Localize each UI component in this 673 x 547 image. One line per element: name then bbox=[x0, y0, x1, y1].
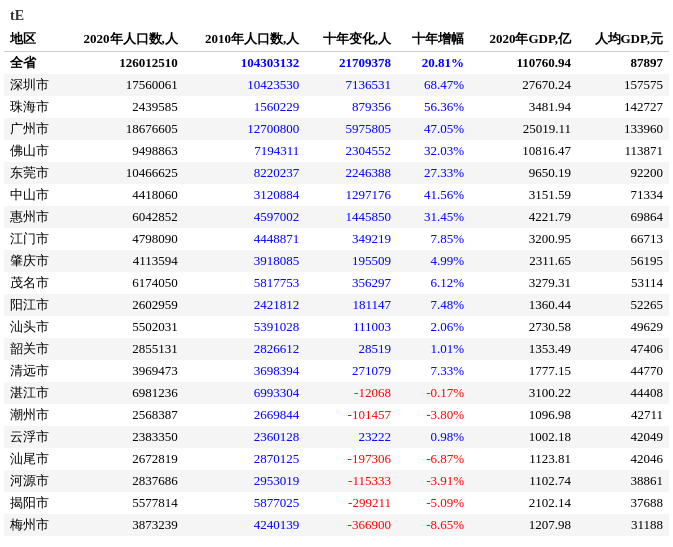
cell-gdppc: 42046 bbox=[577, 448, 669, 470]
table-row: 珠海市2439585156022987935656.36%3481.941427… bbox=[4, 96, 669, 118]
cell-gdppc: 69864 bbox=[577, 206, 669, 228]
cell-gdp: 27670.24 bbox=[470, 74, 577, 96]
table-row: 阳江市260295924218121811477.48%1360.4452265 bbox=[4, 294, 669, 316]
cell-pop2010: 2421812 bbox=[184, 294, 305, 316]
cell-gdp: 3151.59 bbox=[470, 184, 577, 206]
cell-pop2020: 2855131 bbox=[62, 338, 183, 360]
cell-pop2020: 2602959 bbox=[62, 294, 183, 316]
table-row: 湛江市69812366993304-12068-0.17%3100.224440… bbox=[4, 382, 669, 404]
cell-gdppc: 53114 bbox=[577, 272, 669, 294]
cell-pop2010: 7194311 bbox=[184, 140, 305, 162]
cell-pct: 1.01% bbox=[397, 338, 470, 360]
table-row: 广州市1867660512700800597580547.05%25019.11… bbox=[4, 118, 669, 140]
cell-pop2020: 4418060 bbox=[62, 184, 183, 206]
cell-change: 1297176 bbox=[305, 184, 397, 206]
top-bar: tE bbox=[0, 0, 673, 28]
cell-change: 181147 bbox=[305, 294, 397, 316]
cell-pop2020: 10466625 bbox=[62, 162, 183, 184]
cell-pop2020: 18676605 bbox=[62, 118, 183, 140]
table-row: 河源市28376862953019-115333-3.91%1102.74388… bbox=[4, 470, 669, 492]
cell-pop2020: 126012510 bbox=[62, 52, 183, 75]
cell-pop2020: 2568387 bbox=[62, 404, 183, 426]
cell-region: 中山市 bbox=[4, 184, 62, 206]
cell-region: 惠州市 bbox=[4, 206, 62, 228]
cell-pop2010: 2870125 bbox=[184, 448, 305, 470]
cell-change: 879356 bbox=[305, 96, 397, 118]
table-row: 汕头市550203153910281110032.06%2730.5849629 bbox=[4, 316, 669, 338]
cell-gdppc: 52265 bbox=[577, 294, 669, 316]
cell-pop2020: 9498863 bbox=[62, 140, 183, 162]
table-row: 全省1260125101043031322170937820.81%110760… bbox=[4, 52, 669, 75]
cell-pop2010: 3698394 bbox=[184, 360, 305, 382]
table-row: 揭阳市55778145877025-299211-5.09%2102.14376… bbox=[4, 492, 669, 514]
cell-region: 广州市 bbox=[4, 118, 62, 140]
table-row: 中山市44180603120884129717641.56%3151.59713… bbox=[4, 184, 669, 206]
cell-gdp: 1360.44 bbox=[470, 294, 577, 316]
cell-gdppc: 56195 bbox=[577, 250, 669, 272]
cell-region: 汕尾市 bbox=[4, 448, 62, 470]
cell-region: 东莞市 bbox=[4, 162, 62, 184]
table-row: 潮州市25683872669844-101457-3.80%1096.98427… bbox=[4, 404, 669, 426]
cell-pct: 20.81% bbox=[397, 52, 470, 75]
cell-region: 茂名市 bbox=[4, 272, 62, 294]
col-header-pop2020: 2020年人口数,人 bbox=[62, 28, 183, 52]
cell-change: 7136531 bbox=[305, 74, 397, 96]
cell-gdppc: 66713 bbox=[577, 228, 669, 250]
cell-pct: 47.05% bbox=[397, 118, 470, 140]
cell-change: 271079 bbox=[305, 360, 397, 382]
cell-pop2020: 3969473 bbox=[62, 360, 183, 382]
cell-gdp: 1096.98 bbox=[470, 404, 577, 426]
cell-pop2010: 3918085 bbox=[184, 250, 305, 272]
cell-change: -101457 bbox=[305, 404, 397, 426]
cell-pop2010: 2360128 bbox=[184, 426, 305, 448]
cell-gdp: 2311.65 bbox=[470, 250, 577, 272]
cell-pop2010: 2669844 bbox=[184, 404, 305, 426]
table-row: 汕尾市26728192870125-197306-6.87%1123.81420… bbox=[4, 448, 669, 470]
cell-change: -366900 bbox=[305, 514, 397, 536]
col-header-region: 地区 bbox=[4, 28, 62, 52]
cell-change: 1445850 bbox=[305, 206, 397, 228]
cell-gdp: 1353.49 bbox=[470, 338, 577, 360]
col-header-gdp: 2020年GDP,亿 bbox=[470, 28, 577, 52]
cell-pop2020: 2383350 bbox=[62, 426, 183, 448]
cell-pct: 27.33% bbox=[397, 162, 470, 184]
table-header-row: 地区 2020年人口数,人 2010年人口数,人 十年变化,人 十年增幅 202… bbox=[4, 28, 669, 52]
table-row: 梅州市38732394240139-366900-8.65%1207.98311… bbox=[4, 514, 669, 536]
cell-change: 21709378 bbox=[305, 52, 397, 75]
cell-pct: 0.98% bbox=[397, 426, 470, 448]
cell-region: 肇庆市 bbox=[4, 250, 62, 272]
table-row: 惠州市60428524597002144585031.45%4221.79698… bbox=[4, 206, 669, 228]
cell-change: 356297 bbox=[305, 272, 397, 294]
table-row: 佛山市94988637194311230455232.03%10816.4711… bbox=[4, 140, 669, 162]
cell-pop2020: 4113594 bbox=[62, 250, 183, 272]
cell-pct: 6.12% bbox=[397, 272, 470, 294]
cell-region: 清远市 bbox=[4, 360, 62, 382]
table-row: 清远市396947336983942710797.33%1777.1544770 bbox=[4, 360, 669, 382]
col-header-change: 十年变化,人 bbox=[305, 28, 397, 52]
cell-pop2010: 8220237 bbox=[184, 162, 305, 184]
cell-pop2020: 4798090 bbox=[62, 228, 183, 250]
cell-pct: 32.03% bbox=[397, 140, 470, 162]
cell-gdppc: 49629 bbox=[577, 316, 669, 338]
cell-pct: 4.99% bbox=[397, 250, 470, 272]
cell-region: 揭阳市 bbox=[4, 492, 62, 514]
cell-pct: 56.36% bbox=[397, 96, 470, 118]
cell-pop2020: 6042852 bbox=[62, 206, 183, 228]
cell-gdppc: 71334 bbox=[577, 184, 669, 206]
cell-pct: 68.47% bbox=[397, 74, 470, 96]
cell-pop2010: 3120884 bbox=[184, 184, 305, 206]
cell-change: -115333 bbox=[305, 470, 397, 492]
cell-pct: 2.06% bbox=[397, 316, 470, 338]
cell-gdppc: 31188 bbox=[577, 514, 669, 536]
cell-gdp: 2102.14 bbox=[470, 492, 577, 514]
cell-pop2010: 5391028 bbox=[184, 316, 305, 338]
cell-change: 5975805 bbox=[305, 118, 397, 140]
cell-gdp: 110760.94 bbox=[470, 52, 577, 75]
cell-gdp: 9650.19 bbox=[470, 162, 577, 184]
col-header-pct: 十年增幅 bbox=[397, 28, 470, 52]
cell-gdp: 1207.98 bbox=[470, 514, 577, 536]
table-row: 肇庆市411359439180851955094.99%2311.6556195 bbox=[4, 250, 669, 272]
cell-region: 珠海市 bbox=[4, 96, 62, 118]
cell-pop2010: 4597002 bbox=[184, 206, 305, 228]
cell-pop2010: 5817753 bbox=[184, 272, 305, 294]
